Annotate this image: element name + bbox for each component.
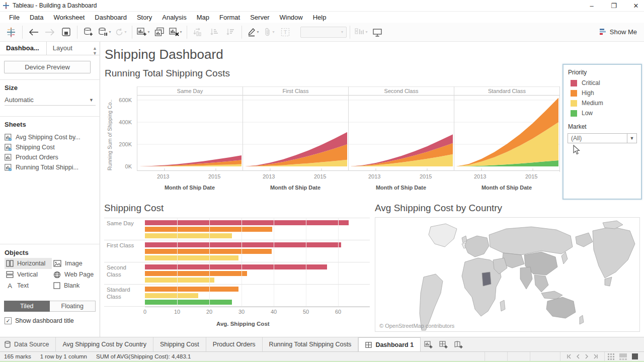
legend-item-high[interactable]: High (564, 88, 641, 98)
sheet-item-4[interactable]: Running Total Shippi... (5, 162, 98, 172)
area-panel-standard-class[interactable]: Standard Class (454, 86, 559, 171)
tab-dashboard-1[interactable]: Dashboard 1 (358, 337, 421, 351)
show-dashboard-title-row[interactable]: ✓ Show dashboard title (5, 317, 74, 324)
svg-text:T: T (284, 29, 287, 35)
tab-data-source[interactable]: Data Source (0, 337, 56, 351)
bar-critical[interactable] (145, 264, 327, 269)
bar-high[interactable] (145, 287, 238, 292)
grid-line (274, 218, 274, 240)
menu-help[interactable]: Help (308, 13, 332, 22)
tableau-home-button[interactable] (4, 25, 18, 39)
menu-analysis[interactable]: Analysis (157, 13, 191, 22)
menu-map[interactable]: Map (192, 13, 214, 22)
window-title: Tableau - Building a Dashboard (13, 2, 97, 9)
menu-server[interactable]: Server (245, 13, 274, 22)
grid-view-icon[interactable] (608, 353, 614, 360)
pane-collapse-icon[interactable]: ▲▼ (93, 46, 97, 56)
filmstrip-view-icon[interactable] (619, 353, 627, 360)
new-datasource-button[interactable] (82, 25, 96, 39)
duplicate-sheet-button[interactable] (152, 25, 167, 39)
prev-page-icon[interactable] (576, 354, 580, 359)
new-dashboard-tab-button[interactable] (436, 337, 451, 351)
save-button[interactable] (59, 25, 73, 39)
restore-button[interactable]: ❐ (610, 2, 618, 10)
tab-layout[interactable]: Layout (47, 42, 79, 55)
filter-legend-panel[interactable]: Priority CriticalHighMediumLow Market (A… (562, 64, 642, 200)
area-panel-second-class[interactable]: Second Class (348, 86, 454, 171)
bar-low[interactable] (145, 300, 232, 305)
tab-product-orders[interactable]: Product Orders (206, 337, 263, 351)
status-bar: 165 marks 1 row by 1 column SUM of AVG(S… (0, 351, 644, 361)
bar-critical[interactable] (145, 242, 341, 247)
sheet-item-3[interactable]: Product Orders (5, 152, 98, 162)
menu-window[interactable]: Window (274, 13, 307, 22)
new-worksheet-button[interactable]: ▾ (136, 25, 150, 39)
legend-item-medium[interactable]: Medium (564, 98, 641, 108)
y-tick-label: 600K (115, 97, 132, 103)
bar-critical[interactable] (145, 220, 349, 225)
last-page-icon[interactable] (593, 354, 598, 359)
object-label: Blank (64, 282, 79, 289)
sheet-view-icon[interactable] (632, 353, 638, 359)
floating-button[interactable]: Floating (50, 301, 96, 312)
tab-avg-shipping-cost-by-country[interactable]: Avg Shipping Cost by Country (56, 337, 153, 351)
minimize-button[interactable]: – (588, 2, 596, 10)
legend-item-critical[interactable]: Critical (564, 78, 641, 88)
show-dashboard-title-checkbox[interactable]: ✓ (5, 317, 12, 324)
close-button[interactable]: ✕ (632, 2, 640, 10)
object-image[interactable]: Image (52, 258, 96, 269)
menu-format[interactable]: Format (214, 13, 245, 22)
tiled-button[interactable]: Tiled (4, 301, 50, 312)
area-plot (243, 96, 349, 171)
tab-dashboard[interactable]: Dashboa... (0, 42, 47, 55)
object-vertical[interactable]: Vertical (5, 269, 52, 280)
sheet-item-2[interactable]: Shipping Cost (5, 142, 98, 152)
shipping-cost-title: Shipping Cost (104, 203, 164, 214)
highlight-button[interactable]: ▾ (246, 25, 260, 39)
new-story-tab-button[interactable] (451, 337, 466, 351)
bar-medium[interactable] (145, 293, 198, 298)
object-horizontal[interactable]: Horizontal (5, 258, 52, 269)
presentation-mode-button[interactable] (370, 25, 384, 39)
menu-data[interactable]: Data (25, 13, 48, 22)
new-worksheet-tab-button[interactable] (421, 337, 436, 351)
tab-running-total-shipping-costs[interactable]: Running Total Shipping Costs (263, 337, 359, 351)
x-tick-label: 2015 (314, 173, 326, 179)
clear-sheet-button[interactable]: ▾ (169, 25, 183, 39)
first-page-icon[interactable] (567, 354, 572, 359)
undo-button[interactable] (27, 25, 41, 39)
bar-high[interactable] (145, 249, 272, 254)
object-text[interactable]: AText (5, 280, 52, 291)
bar-medium[interactable] (145, 278, 214, 283)
menu-story[interactable]: Story (132, 13, 157, 22)
tab-shipping-cost[interactable]: Shipping Cost (153, 337, 206, 351)
bar-high[interactable] (145, 271, 247, 276)
object-label: Image (65, 260, 83, 267)
object-web-page[interactable]: Web Page (52, 269, 96, 280)
size-dropdown[interactable]: Automatic ▼ (5, 95, 96, 106)
menu-worksheet[interactable]: Worksheet (48, 13, 90, 22)
menu-dashboard[interactable]: Dashboard (90, 13, 132, 22)
area-panel-same-day[interactable]: Same Day (137, 86, 243, 171)
show-me-icon (599, 28, 607, 36)
area-panel-first-class[interactable]: First Class (243, 86, 348, 171)
world-map[interactable]: © OpenStreetMap contributors (375, 217, 640, 332)
pause-updates-button[interactable]: ▾ (98, 25, 112, 39)
grid-line (209, 262, 210, 284)
device-preview-button[interactable]: Device Preview (4, 61, 91, 73)
shipping-cost-chart[interactable]: Same DayFirst ClassSecond ClassStandard … (104, 218, 370, 315)
refresh-button: ▾ (114, 25, 128, 39)
back-arrow-icon (28, 28, 39, 36)
next-page-icon[interactable] (585, 354, 589, 359)
redo-button (43, 25, 57, 39)
bar-high[interactable] (145, 227, 272, 232)
market-filter-dropdown[interactable]: (All) ▼ (568, 133, 637, 143)
menu-file[interactable]: File (4, 13, 25, 22)
bar-medium[interactable] (145, 255, 238, 260)
show-me-button[interactable]: Show Me (599, 28, 637, 36)
bar-medium[interactable] (145, 233, 232, 238)
sheet-item-1[interactable]: Avg Shipping Cost by... (5, 132, 98, 142)
legend-item-low[interactable]: Low (564, 108, 641, 118)
chevron-down-icon: ▼ (89, 98, 96, 103)
object-blank[interactable]: Blank (52, 280, 96, 291)
